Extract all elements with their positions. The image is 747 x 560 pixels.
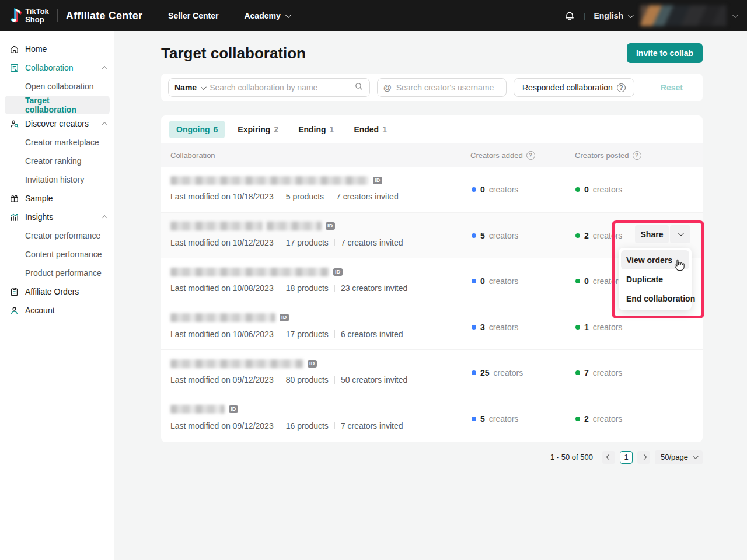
creators-added-stat: 5 creators bbox=[472, 231, 518, 240]
creator-username-field[interactable]: @ bbox=[377, 78, 507, 97]
creators-posted-stat: 2 creators bbox=[575, 231, 622, 240]
invite-to-collab-button[interactable]: Invite to collab bbox=[627, 43, 703, 63]
tab-label: Ongoing bbox=[176, 125, 210, 134]
row-meta: Last modified on 10/08/2023 18 products … bbox=[170, 284, 407, 293]
column-creators-added: Creators added ? bbox=[470, 144, 535, 167]
sidebar-item-label: Open collaboration bbox=[25, 82, 107, 91]
account-menu[interactable] bbox=[640, 5, 736, 26]
redacted-collaboration-name bbox=[170, 359, 303, 368]
responded-collaboration-label: Responded collaboration bbox=[522, 83, 613, 92]
brand-wordmark: TikTok Shop bbox=[25, 8, 49, 24]
collaboration-name-cell[interactable]: ID Last modified on 10/06/2023 17 produc… bbox=[170, 313, 403, 339]
table-row: ID Last modified on 09/12/2023 80 produc… bbox=[161, 350, 703, 396]
sidebar-item-home[interactable]: Home bbox=[0, 40, 114, 58]
sidebar-item-content-performance[interactable]: Content performance bbox=[0, 245, 114, 264]
last-modified: Last modified on 10/12/2023 bbox=[170, 238, 274, 247]
collaboration-name-cell[interactable]: ID Last modified on 09/12/2023 16 produc… bbox=[170, 404, 403, 430]
tab-label: Ended bbox=[354, 125, 379, 134]
chevron-up-icon bbox=[102, 65, 107, 71]
nav-seller-center[interactable]: Seller Center bbox=[168, 11, 218, 20]
sidebar-item-label: Creator performance bbox=[25, 231, 107, 240]
menu-item-end-collaboration[interactable]: End collaboration bbox=[621, 289, 689, 308]
added-dot-icon bbox=[472, 187, 476, 192]
added-dot-icon bbox=[472, 325, 476, 330]
responded-collaboration-button[interactable]: Responded collaboration ? bbox=[514, 78, 634, 97]
language-selector[interactable]: English bbox=[594, 11, 632, 20]
share-button[interactable]: Share bbox=[635, 225, 669, 243]
tab-count: 6 bbox=[214, 125, 218, 134]
creators-added-stat: 3 creators bbox=[472, 323, 518, 332]
id-badge: ID bbox=[229, 405, 238, 413]
creators-invited: 7 creators invited bbox=[341, 421, 403, 430]
chevron-down-icon bbox=[628, 12, 634, 18]
topbar-nav: Seller Center Academy bbox=[168, 11, 289, 20]
column-creators-posted: Creators posted ? bbox=[575, 144, 641, 167]
creators-invited: 50 creators invited bbox=[341, 375, 407, 384]
collaboration-search-input[interactable] bbox=[210, 83, 350, 92]
filter-bar: Name @ Responded collaboration ? Reset bbox=[161, 74, 703, 102]
id-badge: ID bbox=[280, 314, 289, 321]
redacted-collaboration-name bbox=[267, 222, 322, 230]
reset-filters-link[interactable]: Reset bbox=[661, 83, 683, 92]
sidebar-item-account[interactable]: Account bbox=[0, 301, 114, 320]
nav-academy[interactable]: Academy bbox=[244, 11, 289, 20]
pagination: 1 - 50 of 500 1 50/page bbox=[161, 450, 703, 464]
sidebar-item-discover-creators[interactable]: Discover creators bbox=[0, 114, 114, 133]
tab-label: Expiring bbox=[238, 125, 270, 134]
share-dropdown-toggle[interactable] bbox=[670, 225, 690, 243]
help-question-icon: ? bbox=[617, 83, 626, 92]
tab-expiring[interactable]: Expiring 2 bbox=[231, 121, 285, 138]
menu-item-view-orders[interactable]: View orders bbox=[621, 250, 689, 270]
sidebar-item-creator-marketplace[interactable]: Creator marketplace bbox=[0, 133, 114, 152]
sidebar-item-open-collaboration[interactable]: Open collaboration bbox=[0, 77, 114, 96]
sidebar-item-affiliate-orders[interactable]: Affiliate Orders bbox=[0, 282, 114, 301]
topbar-pipe-divider: | bbox=[584, 12, 585, 20]
id-badge: ID bbox=[326, 222, 335, 230]
sidebar-item-creator-ranking[interactable]: Creator ranking bbox=[0, 152, 114, 170]
creators-invited: 6 creators invited bbox=[341, 330, 403, 339]
chevron-left-icon bbox=[606, 454, 612, 460]
creators-posted-stat: 1 creators bbox=[575, 323, 622, 332]
menu-item-duplicate[interactable]: Duplicate bbox=[621, 270, 689, 289]
nav-seller-center-label: Seller Center bbox=[168, 11, 218, 20]
sidebar-item-label: Affiliate Orders bbox=[25, 287, 107, 296]
notification-bell-icon[interactable] bbox=[564, 10, 575, 22]
previous-page-button[interactable] bbox=[602, 451, 615, 464]
sidebar-item-target-collaboration[interactable]: Target collaboration bbox=[5, 96, 110, 114]
collaboration-name-cell[interactable]: ID Last modified on 10/18/2023 5 product… bbox=[170, 175, 399, 201]
sidebar-item-invitation-history[interactable]: Invitation history bbox=[0, 170, 114, 189]
creators-posted-stat: 7 creators bbox=[575, 368, 622, 377]
posted-dot-icon bbox=[575, 233, 580, 238]
sidebar-item-insights[interactable]: Insights bbox=[0, 208, 114, 226]
table-row: ID Last modified on 09/12/2023 16 produc… bbox=[161, 396, 703, 442]
tab-ongoing[interactable]: Ongoing 6 bbox=[169, 121, 225, 138]
sidebar-item-product-performance[interactable]: Product performance bbox=[0, 264, 114, 282]
brand-line2: Shop bbox=[25, 15, 44, 24]
creators-posted-stat: 2 creators bbox=[575, 414, 622, 424]
collaboration-name-cell[interactable]: ID Last modified on 10/12/2023 17 produc… bbox=[170, 221, 403, 247]
id-badge: ID bbox=[333, 268, 343, 276]
row-meta: Last modified on 09/12/2023 80 products … bbox=[170, 375, 407, 384]
page-size-selector[interactable]: 50/page bbox=[655, 450, 703, 464]
sidebar-item-label: Invitation history bbox=[25, 175, 107, 184]
creator-username-input[interactable] bbox=[396, 83, 500, 92]
collaboration-search-field[interactable]: Name bbox=[168, 78, 370, 97]
chevron-down-icon bbox=[693, 453, 699, 459]
name-filter-dropdown[interactable]: Name bbox=[174, 83, 205, 92]
sidebar-item-label: Creator ranking bbox=[25, 156, 107, 166]
sidebar-item-sample[interactable]: Sample bbox=[0, 189, 114, 208]
sidebar-item-creator-performance[interactable]: Creator performance bbox=[0, 226, 114, 245]
current-page-button[interactable]: 1 bbox=[620, 451, 633, 464]
app-title: Affiliate Center bbox=[66, 10, 142, 22]
sidebar-item-collaboration[interactable]: Collaboration bbox=[0, 58, 114, 77]
collaboration-name-cell[interactable]: ID Last modified on 10/08/2023 18 produc… bbox=[170, 267, 407, 293]
name-filter-label: Name bbox=[174, 83, 197, 92]
sidebar-item-label: Insights bbox=[25, 212, 97, 222]
chevron-up-icon bbox=[102, 121, 107, 127]
next-page-button[interactable] bbox=[637, 451, 650, 464]
tab-ending[interactable]: Ending 1 bbox=[291, 121, 341, 138]
tab-ended[interactable]: Ended 1 bbox=[347, 121, 394, 138]
added-dot-icon bbox=[472, 370, 476, 375]
creators-added-stat: 0 creators bbox=[472, 185, 518, 194]
collaboration-name-cell[interactable]: ID Last modified on 09/12/2023 80 produc… bbox=[170, 358, 407, 384]
